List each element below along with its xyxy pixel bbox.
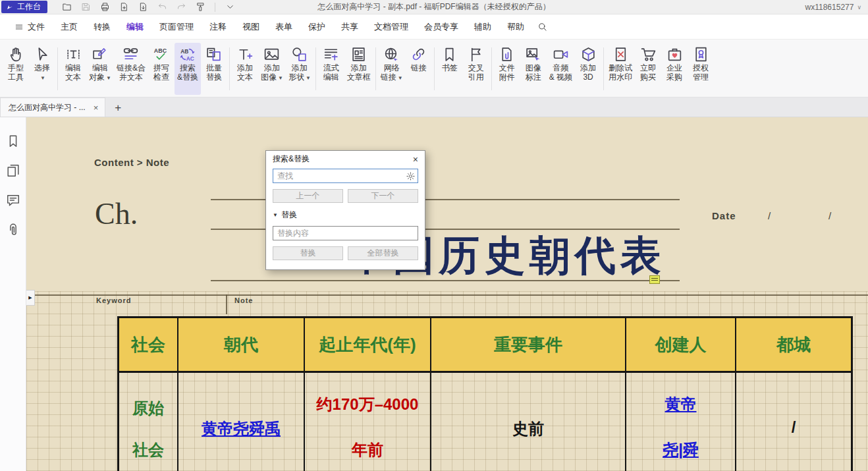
table-header-cell: 创建人	[626, 318, 736, 371]
ribbon-item-spell-check[interactable]: ABC拼写检查	[148, 43, 175, 95]
ribbon-item-label: 采购	[666, 72, 682, 82]
ribbon-item-enterprise-purchase[interactable]: 企业采购	[661, 43, 688, 95]
ribbon-item-hand-tool[interactable]: 手型工具	[3, 43, 29, 95]
menu-item-form[interactable]: 表单	[267, 14, 300, 39]
menu-item-member[interactable]: 会员专享	[416, 14, 466, 39]
attachment-icon	[6, 228, 20, 239]
ribbon-item-label: 对象▼	[89, 72, 111, 83]
menu-item-home[interactable]: 主页	[53, 14, 86, 39]
cell-period: 约170万–4000 年前	[305, 373, 431, 471]
sidebar-item-attachments[interactable]	[6, 223, 20, 237]
replace-button[interactable]: 替换	[273, 246, 343, 260]
ribbon-item-search-replace[interactable]: ABAC搜索&替换	[175, 43, 201, 95]
dynasty-link[interactable]: 黄帝尧舜禹	[202, 418, 281, 439]
user-account[interactable]: wx118615277 ∨	[805, 3, 861, 12]
toolbar-dropdown-icon[interactable]	[223, 1, 237, 13]
menu-search-button[interactable]	[532, 14, 553, 39]
format-brush-icon[interactable]	[193, 1, 207, 13]
next-button[interactable]: 下一个	[348, 189, 418, 203]
ribbon-item-label: 书签	[442, 63, 458, 72]
ribbon-item-select[interactable]: 选择▼	[29, 43, 55, 95]
search-options-gear-icon[interactable]	[406, 171, 416, 181]
user-dropdown-icon[interactable]: ∨	[857, 4, 861, 11]
replace-section-toggle[interactable]: ▼ 替换	[273, 209, 418, 221]
new-tab-button[interactable]: +	[115, 102, 121, 113]
ribbon-group-divider	[375, 47, 376, 90]
ribbon-item-edit-object[interactable]: 编辑对象▼	[86, 43, 114, 95]
ribbon-item-remove-trial-watermark[interactable]: 删除试用水印	[606, 43, 635, 95]
ribbon-item-add-3d[interactable]: 添加3D	[575, 43, 601, 95]
sidebar-item-comments[interactable]	[6, 193, 20, 208]
ribbon-item-label: 3D	[583, 72, 593, 82]
replace-all-button[interactable]: 全部替换	[348, 246, 418, 260]
ribbon-item-add-article-box[interactable]: 添加文章框	[344, 43, 373, 95]
menu-item-doc-manage[interactable]: 文档管理	[366, 14, 416, 39]
document-tab[interactable]: 怎么面对高中学习 - ... ×	[0, 97, 105, 117]
ribbon-item-label: 标注	[526, 72, 541, 82]
comment-icon	[6, 198, 20, 209]
ribbon-item-cross-reference[interactable]: 交叉引用	[463, 43, 489, 95]
print-icon[interactable]	[97, 1, 112, 13]
ribbon-item-label: 编辑	[92, 63, 108, 72]
sidebar-item-bookmarks[interactable]	[6, 134, 20, 148]
menu-item-edit[interactable]: 编辑	[119, 14, 151, 39]
menu-item-view[interactable]: 视图	[234, 14, 267, 39]
ribbon-item-add-text[interactable]: 添加文本	[232, 43, 258, 95]
create-pdf-icon[interactable]	[117, 1, 131, 13]
menu-item-label: 主页	[61, 21, 78, 33]
ribbon-item-label: 文本	[65, 72, 81, 82]
dialog-close-icon[interactable]: ×	[412, 155, 420, 164]
web-link-icon	[383, 45, 400, 63]
open-folder-icon[interactable]	[59, 1, 74, 13]
note-annotation-icon[interactable]	[649, 275, 660, 284]
ribbon-item-label: 管理	[693, 72, 709, 82]
ribbon-group-divider	[57, 47, 58, 90]
replace-input[interactable]	[273, 226, 418, 240]
ribbon-item-add-image[interactable]: 添加图像▼	[258, 43, 286, 95]
panel-expand-handle[interactable]: ▶	[26, 290, 35, 306]
undo-icon[interactable]	[155, 1, 169, 13]
menu-item-comment[interactable]: 注释	[202, 14, 234, 39]
table-header-cell: 起止年代(年)	[305, 318, 431, 371]
sidebar-item-page-thumbnails[interactable]	[6, 163, 20, 178]
menu-item-share[interactable]: 共享	[333, 14, 366, 39]
ribbon-item-flow-edit[interactable]: 流式编辑	[318, 43, 344, 95]
replace-toggle-label: 替换	[281, 209, 297, 221]
ribbon-item-edit-text[interactable]: 编辑文本	[60, 43, 86, 95]
ribbon-item-link[interactable]: 链接	[406, 43, 432, 95]
bookmark-icon	[6, 139, 20, 150]
menu-item-protect[interactable]: 保护	[300, 14, 333, 39]
menu-item-convert[interactable]: 转换	[86, 14, 119, 39]
founder-link[interactable]: 尧|舜	[663, 439, 699, 460]
ribbon-item-label: 链接&合	[117, 63, 146, 72]
menu-item-file[interactable]: 文件	[7, 14, 53, 39]
menu-item-help[interactable]: 帮助	[499, 14, 532, 39]
ribbon-item-bookmark[interactable]: 书签	[437, 43, 463, 95]
save-icon[interactable]	[78, 1, 93, 13]
image-annot-icon	[525, 45, 541, 63]
ribbon-item-license-manage[interactable]: 授权管理	[688, 43, 714, 95]
tab-close-icon[interactable]: ×	[94, 103, 99, 113]
ribbon-item-audio-video[interactable]: 音频& 视频	[547, 43, 575, 95]
redo-icon[interactable]	[174, 1, 188, 13]
export-pdf-icon[interactable]	[136, 1, 150, 13]
menu-item-label: 保护	[308, 21, 325, 33]
find-input[interactable]	[273, 169, 418, 183]
menu-item-assist[interactable]: 辅助	[466, 14, 499, 39]
menu-item-page-manage[interactable]: 页面管理	[151, 14, 202, 39]
previous-button[interactable]: 上一个	[273, 189, 343, 203]
ribbon-item-buy-now[interactable]: 立即购买	[635, 43, 661, 95]
ribbon-item-link-merge-text[interactable]: 链接&合并文本	[114, 43, 148, 95]
ribbon-item-image-annotation[interactable]: 图像标注	[520, 43, 547, 95]
ribbon-item-file-attachment[interactable]: 文件附件	[494, 43, 520, 95]
workbench-button[interactable]: 工作台	[1, 1, 47, 13]
dialog-titlebar[interactable]: 搜索&替换 ×	[266, 151, 425, 167]
ribbon-item-web-link[interactable]: 网络链接▼	[378, 43, 406, 95]
founder-link[interactable]: 黄帝	[665, 394, 697, 415]
ribbon-item-batch-replace[interactable]: 批量替换	[201, 43, 227, 95]
ribbon-item-label: 添加	[292, 63, 308, 72]
find-buttons: 上一个 下一个	[273, 189, 418, 203]
ribbon-item-add-shape[interactable]: 添加形状▼	[286, 43, 313, 95]
bookmark-icon	[441, 45, 458, 63]
ribbon-item-label: 网络	[384, 63, 400, 72]
